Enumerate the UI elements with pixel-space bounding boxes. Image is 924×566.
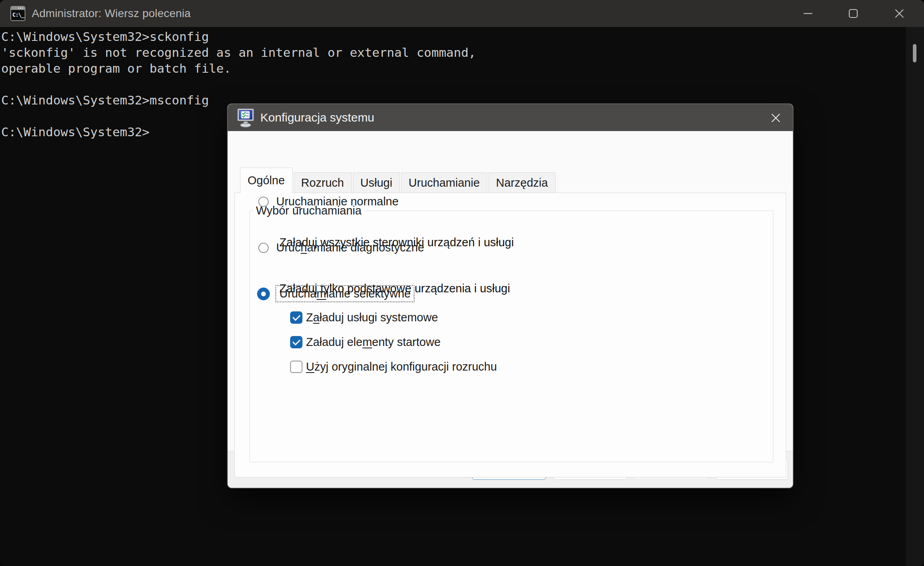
label-pre: Urucha — [279, 287, 317, 300]
label-accel: a — [313, 311, 320, 324]
cmd-icon-dots — [18, 8, 23, 9]
label-accel: c — [295, 195, 301, 208]
radio-circle[interactable] — [258, 243, 269, 253]
radio-circle[interactable] — [257, 288, 270, 300]
label-pre: Uru — [276, 195, 295, 208]
checkbox-use-original-boot-config[interactable]: Użyj oryginalnej konfiguracji rozruchu — [290, 360, 497, 373]
system-configuration-dialog: Konfiguracja systemu Ogólne Rozruch Usłu… — [228, 104, 793, 488]
label-post: amianie diagnostyczne — [307, 241, 424, 254]
checkbox-load-startup-items[interactable]: Załaduj elementy startowe — [290, 336, 441, 349]
tab-uslugi[interactable]: Usługi — [353, 172, 400, 193]
close-window-button[interactable] — [887, 0, 912, 27]
dialog-close-button[interactable] — [767, 110, 785, 126]
label-post: żyj oryginalnej konfiguracji rozruchu — [314, 360, 497, 373]
close-icon — [894, 8, 905, 19]
maximize-icon — [848, 8, 859, 19]
radio-label-focused[interactable]: Uruchamianie selektywne — [276, 286, 414, 301]
label-post: ianie selektywne — [326, 287, 411, 300]
label-accel: h — [300, 241, 307, 254]
cmd-icon-prompt-text: C:\_ — [12, 12, 24, 18]
dialog-titlebar[interactable]: Konfiguracja systemu — [228, 104, 793, 131]
scrollbar-thumb[interactable] — [913, 44, 916, 62]
tab-ogolne[interactable]: Ogólne — [240, 168, 293, 193]
checkbox-box[interactable] — [290, 361, 302, 373]
tab-label: Rozruch — [301, 176, 344, 189]
window-title: Administrator: Wiersz polecenia — [32, 7, 191, 20]
terminal-scrollbar[interactable] — [906, 27, 924, 566]
terminal-line: operable program or batch file. — [1, 60, 904, 76]
checkbox-label[interactable]: Załaduj usługi systemowe — [306, 311, 438, 324]
terminal-line — [1, 76, 904, 92]
label-post: hamianie normalne — [300, 195, 399, 208]
checkbox-load-system-services[interactable]: Załaduj usługi systemowe — [290, 311, 438, 324]
radio-circle[interactable] — [258, 197, 269, 207]
tab-uruchamianie[interactable]: Uruchamianie — [401, 172, 487, 193]
radio-normal-startup[interactable]: Uruchamianie normalne — [258, 195, 399, 208]
cmd-icon: C:\_ — [10, 6, 25, 21]
tab-rozruch[interactable]: Rozruch — [294, 172, 352, 193]
radio-selective-startup[interactable]: Uruchamianie selektywne — [257, 286, 414, 301]
radio-label[interactable]: Uruchamianie diagnostyczne — [276, 241, 424, 254]
label-accel: m — [317, 287, 326, 300]
tab-label: Usługi — [360, 176, 393, 189]
radio-label[interactable]: Uruchamianie normalne — [276, 195, 399, 208]
checkbox-box[interactable] — [290, 336, 302, 348]
label-pre: Uruc — [276, 241, 300, 254]
minimize-button[interactable] — [795, 0, 821, 27]
label-pre: Załaduj ele — [306, 336, 362, 348]
label-pre: Z — [306, 311, 313, 324]
checkbox-label[interactable]: Załaduj elementy startowe — [306, 336, 441, 349]
tab-strip: Ogólne Rozruch Usługi Uruchamianie Narzę… — [240, 168, 557, 193]
checkbox-label[interactable]: Użyj oryginalnej konfiguracji rozruchu — [306, 360, 497, 373]
msconfig-icon — [236, 108, 255, 127]
maximize-button[interactable] — [841, 0, 866, 27]
tab-label: Narzędzia — [496, 176, 548, 189]
tab-narzedzia[interactable]: Narzędzia — [488, 172, 556, 193]
dialog-body: Ogólne Rozruch Usługi Uruchamianie Narzę… — [228, 131, 793, 451]
dialog-title: Konfiguracja systemu — [260, 111, 374, 124]
minimize-icon — [802, 8, 814, 19]
label-post: enty startowe — [372, 336, 440, 348]
checkbox-box[interactable] — [290, 311, 302, 324]
label-accel: U — [306, 360, 314, 373]
terminal-line: 'sckonfig' is not recognized as an inter… — [1, 44, 904, 60]
screen: C:\_ Administrator: Wiersz polecenia C:\… — [0, 0, 924, 566]
radio-diagnostic-startup[interactable]: Uruchamianie diagnostyczne — [258, 241, 424, 254]
terminal-line: C:\Windows\System32>sckonfig — [1, 29, 904, 44]
label-accel: m — [362, 336, 372, 348]
label-post: ładuj usługi systemowe — [320, 311, 438, 324]
tab-label: Ogólne — [248, 174, 285, 187]
close-icon — [770, 112, 782, 124]
terminal-titlebar: C:\_ Administrator: Wiersz polecenia — [0, 0, 924, 27]
tab-label: Uruchamianie — [409, 176, 480, 189]
